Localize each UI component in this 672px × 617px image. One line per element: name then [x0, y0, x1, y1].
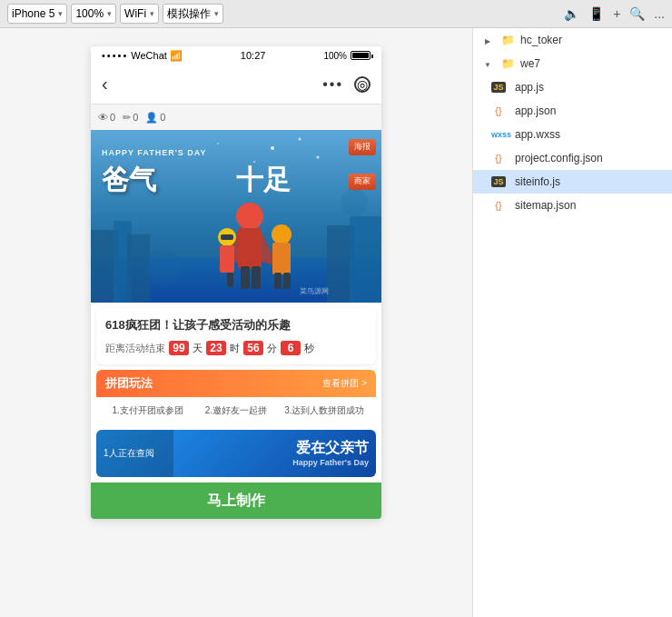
file-name: project.config.json [515, 152, 665, 164]
svg-rect-16 [238, 228, 262, 269]
expand-icon [480, 57, 495, 70]
poster-button[interactable]: 海报 [349, 139, 376, 155]
file-name: siteinfo.js [515, 175, 665, 188]
svg-rect-6 [350, 216, 381, 303]
mode-label: 模拟操作 [167, 6, 211, 22]
svg-rect-26 [227, 273, 233, 287]
more-icon[interactable]: ... [654, 6, 665, 21]
target-icon[interactable]: ◎ [354, 76, 371, 93]
folder-icon: 📁 [500, 57, 515, 70]
file-panel: 📁 hc_toker 📁 we7 JS app.js {} app.json w… [472, 28, 672, 617]
folder-hc-toker[interactable]: 📁 hc_toker [473, 28, 672, 52]
event-title: 爱在父亲节 Happy Father's Day [173, 439, 376, 468]
battery-bar [351, 51, 371, 60]
more-dots[interactable]: ••• [322, 76, 343, 93]
svg-point-9 [253, 161, 255, 163]
minutes-label: 分 [267, 342, 277, 355]
add-icon[interactable]: + [613, 6, 620, 21]
user-num: 0 [160, 112, 165, 123]
action-bar: 👁 0 ✏ 0 👤 0 [91, 104, 381, 130]
folder-name: we7 [520, 57, 665, 70]
simulator: ••••• WeChat 📶 10:27 100% ‹ ••• [0, 28, 472, 617]
content-card: 618疯狂团！让孩子感受活动的乐趣 距离活动结束 99 天 23 时 56 分 … [96, 308, 376, 364]
mode-selector[interactable]: 模拟操作 ▾ [163, 4, 223, 24]
days-number: 99 [169, 341, 189, 355]
file-app-json[interactable]: {} app.json [473, 99, 672, 123]
banner-image: HAPPY FATHER'S DAY 爸气 十足 [91, 130, 381, 303]
step-3-text: 3.达到人数拼团成功 [284, 405, 364, 415]
countdown-label: 距离活动结束 [105, 342, 165, 355]
phone-icon[interactable]: 📱 [588, 6, 604, 21]
phone-status-bar: ••••• WeChat 📶 10:27 100% [91, 46, 381, 65]
json-icon: {} [491, 153, 506, 164]
wxss-icon: wxss [491, 130, 506, 139]
file-app-js[interactable]: JS app.js [473, 75, 672, 99]
seconds-label: 秒 [304, 342, 314, 355]
nav-actions: ••• ◎ [322, 76, 371, 93]
edit-num: 0 [133, 112, 138, 123]
group-section: 拼团玩法 查看拼团 > 1.支付开团或参团 2.邀好友一起拼 3.达到人数拼团成… [96, 370, 376, 424]
carrier-label: WeChat [131, 50, 167, 61]
battery-pct: 100% [323, 51, 347, 61]
network-selector[interactable]: WiFi ▾ [120, 4, 159, 24]
svg-rect-18 [252, 266, 261, 289]
file-name: app.wxss [515, 128, 665, 141]
chevron-down-icon: ▾ [214, 9, 219, 18]
js-icon: JS [491, 82, 506, 93]
group-more-link[interactable]: 查看拼团 > [322, 377, 367, 390]
volume-icon[interactable]: 🔈 [564, 6, 579, 21]
step-3: 3.达到人数拼团成功 [282, 404, 367, 417]
edit-count: ✏ 0 [123, 112, 138, 124]
minutes-number: 56 [243, 341, 263, 355]
user-count: 👤 0 [145, 112, 165, 124]
status-time: 10:27 [241, 50, 266, 61]
svg-point-10 [317, 156, 320, 159]
svg-text:菜鸟源网: 菜鸟源网 [300, 287, 329, 295]
step-1: 1.支付开团或参团 [105, 404, 190, 417]
step-1-text: 1.支付开团或参团 [112, 405, 183, 415]
file-project-config[interactable]: {} project.config.json [473, 146, 672, 170]
file-siteinfo-js[interactable]: JS siteinfo.js [473, 170, 672, 194]
svg-rect-25 [221, 234, 233, 240]
file-name: sitemap.json [515, 199, 665, 212]
view-num: 0 [110, 112, 115, 123]
card-title: 618疯狂团！让孩子感受活动的乐趣 [105, 317, 367, 333]
folder-name: hc_toker [520, 34, 665, 46]
days-label: 天 [193, 342, 203, 355]
svg-text:十足: 十足 [236, 164, 291, 194]
svg-rect-24 [220, 245, 234, 273]
svg-rect-21 [274, 273, 282, 289]
svg-rect-22 [283, 273, 291, 289]
user-viewing-text: 1人正在查阅 [96, 430, 173, 477]
hours-label: 时 [230, 342, 240, 355]
wechat-nav: ‹ ••• ◎ [91, 65, 381, 104]
network-label: WiFi [124, 7, 146, 20]
status-left: ••••• WeChat 📶 [102, 50, 183, 62]
svg-point-11 [217, 143, 219, 144]
view-count: 👁 0 [98, 112, 115, 123]
cta-button[interactable]: 马上制作 [91, 483, 381, 519]
chevron-down-icon: ▾ [58, 9, 63, 18]
svg-point-27 [145, 248, 182, 284]
svg-rect-20 [272, 243, 291, 274]
event-subtitle: Happy Father's Day [173, 458, 369, 469]
svg-point-8 [299, 138, 301, 141]
bottom-promo-banner: 1人正在查阅 爱在父亲节 Happy Father's Day [96, 430, 376, 477]
step-2-text: 2.邀好友一起拼 [205, 405, 267, 415]
file-app-wxss[interactable]: wxss app.wxss [473, 123, 672, 146]
status-right: 100% [323, 51, 371, 61]
folder-icon: 📁 [500, 34, 515, 46]
wifi-icon: 📶 [170, 50, 183, 62]
folder-we7[interactable]: 📁 we7 [473, 52, 672, 75]
merchant-button[interactable]: 商家 [349, 174, 376, 190]
zoom-selector[interactable]: 100% ▾ [71, 4, 116, 24]
svg-text:HAPPY FATHER'S DAY: HAPPY FATHER'S DAY [102, 148, 207, 157]
svg-point-28 [341, 189, 368, 216]
collapse-icon [480, 34, 495, 46]
phone-frame: ••••• WeChat 📶 10:27 100% ‹ ••• [91, 46, 381, 519]
svg-rect-17 [241, 266, 250, 289]
search-icon[interactable]: 🔍 [629, 6, 645, 21]
file-sitemap-json[interactable]: {} sitemap.json [473, 194, 672, 217]
device-selector[interactable]: iPhone 5 ▾ [7, 4, 67, 24]
back-icon[interactable]: ‹ [102, 74, 108, 95]
